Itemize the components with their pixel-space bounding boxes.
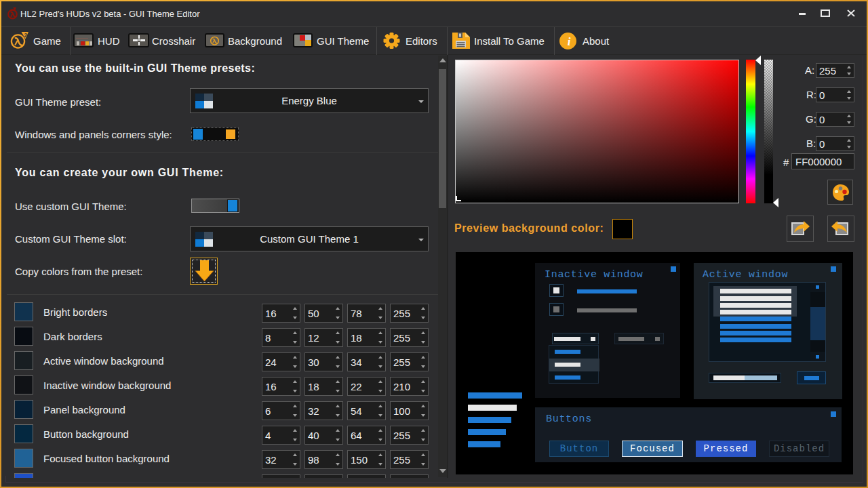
svg-text:2: 2 — [24, 32, 28, 39]
svg-text:i: i — [568, 35, 571, 48]
